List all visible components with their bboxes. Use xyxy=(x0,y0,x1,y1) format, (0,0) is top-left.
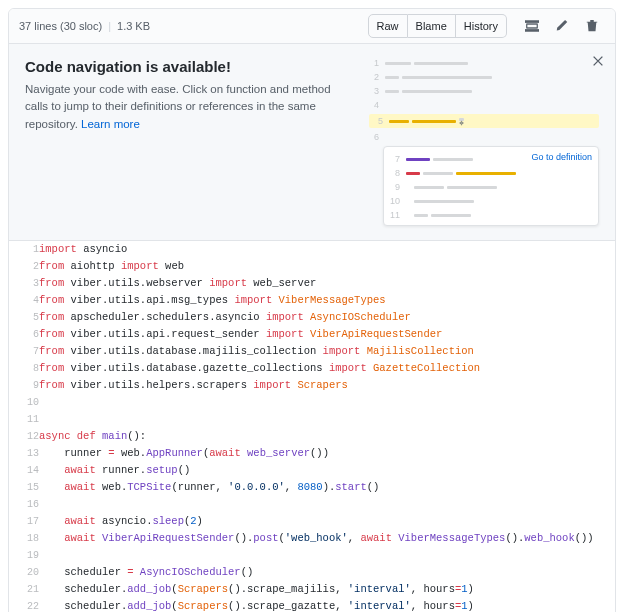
line-number[interactable]: 17 xyxy=(9,513,39,530)
code-line: 14 await runner.setup() xyxy=(9,462,615,479)
lines-summary: 37 lines (30 sloc) xyxy=(19,20,102,32)
line-number[interactable]: 13 xyxy=(9,445,39,462)
code-line: 4from viber.utils.api.msg_types import V… xyxy=(9,292,615,309)
line-number[interactable]: 3 xyxy=(9,275,39,292)
code-line: 8from viber.utils.database.gazette_colle… xyxy=(9,360,615,377)
code-line: 16 xyxy=(9,496,615,513)
code-line: 5from apscheduler.schedulers.asyncio imp… xyxy=(9,309,615,326)
code-content xyxy=(39,496,615,513)
code-content: from viber.utils.database.gazette_collec… xyxy=(39,360,615,377)
code-line: 21 scheduler.add_job(Scrapers().scrape_m… xyxy=(9,581,615,598)
line-number[interactable]: 7 xyxy=(9,343,39,360)
code-line: 9from viber.utils.helpers.scrapers impor… xyxy=(9,377,615,394)
code-line: 10 xyxy=(9,394,615,411)
file-actions: Raw Blame History xyxy=(368,14,605,38)
line-number[interactable]: 8 xyxy=(9,360,39,377)
code-content xyxy=(39,411,615,428)
line-number[interactable]: 10 xyxy=(9,394,39,411)
code-line: 17 await asyncio.sleep(2) xyxy=(9,513,615,530)
code-line: 13 runner = web.AppRunner(await web_serv… xyxy=(9,445,615,462)
code-content: from viber.utils.helpers.scrapers import… xyxy=(39,377,615,394)
code-content: from viber.utils.api.msg_types import Vi… xyxy=(39,292,615,309)
code-line: 15 await web.TCPSite(runner, '0.0.0.0', … xyxy=(9,479,615,496)
code-line: 6from viber.utils.api.request_sender imp… xyxy=(9,326,615,343)
code-content: async def main(): xyxy=(39,428,615,445)
code-line: 22 scheduler.add_job(Scrapers().scrape_g… xyxy=(9,598,615,612)
blame-button[interactable]: Blame xyxy=(408,14,456,38)
line-number[interactable]: 5 xyxy=(9,309,39,326)
line-number[interactable]: 2 xyxy=(9,258,39,275)
code-content: from apscheduler.schedulers.asyncio impo… xyxy=(39,309,615,326)
learn-more-link[interactable]: Learn more xyxy=(81,118,140,130)
line-number[interactable]: 14 xyxy=(9,462,39,479)
code-line: 11 xyxy=(9,411,615,428)
file-size: 1.3 KB xyxy=(117,20,150,32)
divider: | xyxy=(108,20,111,32)
close-icon[interactable] xyxy=(591,54,605,71)
banner-text: Code navigation is available! Navigate y… xyxy=(25,58,353,226)
code-line: 19 xyxy=(9,547,615,564)
line-number[interactable]: 15 xyxy=(9,479,39,496)
file-container: 37 lines (30 sloc) | 1.3 KB Raw Blame Hi… xyxy=(8,8,616,612)
line-number[interactable]: 6 xyxy=(9,326,39,343)
line-number[interactable]: 1 xyxy=(9,241,39,258)
go-to-def-link[interactable]: Go to definition xyxy=(531,152,592,162)
line-number[interactable]: 11 xyxy=(9,411,39,428)
svg-rect-2 xyxy=(525,30,539,31)
line-number[interactable]: 22 xyxy=(9,598,39,612)
code-line: 2from aiohttp import web xyxy=(9,258,615,275)
btn-group: Raw Blame History xyxy=(368,14,507,38)
code-content: from viber.utils.api.request_sender impo… xyxy=(39,326,615,343)
code-content: await ViberApiRequestSender().post('web_… xyxy=(39,530,615,547)
code-content: scheduler.add_job(Scrapers().scrape_gaza… xyxy=(39,598,615,612)
line-number[interactable]: 16 xyxy=(9,496,39,513)
code-content: from viber.utils.webserver import web_se… xyxy=(39,275,615,292)
banner-illustration: 1 2 3 4 5⌖ 6 Go to definition 7 8 9 10 1… xyxy=(369,58,599,226)
line-number[interactable]: 20 xyxy=(9,564,39,581)
code-content: await asyncio.sleep(2) xyxy=(39,513,615,530)
edit-icon[interactable] xyxy=(549,17,575,35)
code-content: await runner.setup() xyxy=(39,462,615,479)
code-content xyxy=(39,547,615,564)
code-content: runner = web.AppRunner(await web_server(… xyxy=(39,445,615,462)
line-number[interactable]: 18 xyxy=(9,530,39,547)
code-content: scheduler = AsyncIOScheduler() xyxy=(39,564,615,581)
code-line: 3from viber.utils.webserver import web_s… xyxy=(9,275,615,292)
code-content: from viber.utils.database.majilis_collec… xyxy=(39,343,615,360)
code-nav-banner: Code navigation is available! Navigate y… xyxy=(9,44,615,241)
code-content xyxy=(39,394,615,411)
go-to-def-tip: Go to definition 7 8 9 10 11 xyxy=(383,146,599,226)
code-line: 1import asyncio xyxy=(9,241,615,258)
banner-title: Code navigation is available! xyxy=(25,58,353,75)
code-line: 7from viber.utils.database.majilis_colle… xyxy=(9,343,615,360)
line-number[interactable]: 21 xyxy=(9,581,39,598)
code-table: 1import asyncio2from aiohttp import web3… xyxy=(9,241,615,612)
line-number[interactable]: 9 xyxy=(9,377,39,394)
raw-button[interactable]: Raw xyxy=(368,14,408,38)
svg-rect-0 xyxy=(525,21,539,22)
code-line: 18 await ViberApiRequestSender().post('w… xyxy=(9,530,615,547)
line-number[interactable]: 4 xyxy=(9,292,39,309)
banner-desc-text: Navigate your code with ease. Click on f… xyxy=(25,83,331,130)
line-number[interactable]: 12 xyxy=(9,428,39,445)
file-info: 37 lines (30 sloc) | 1.3 KB xyxy=(19,20,150,32)
history-button[interactable]: History xyxy=(456,14,507,38)
trash-icon[interactable] xyxy=(579,17,605,35)
code-content: import asyncio xyxy=(39,241,615,258)
code-content: await web.TCPSite(runner, '0.0.0.0', 808… xyxy=(39,479,615,496)
file-header: 37 lines (30 sloc) | 1.3 KB Raw Blame Hi… xyxy=(9,9,615,44)
code-content: from aiohttp import web xyxy=(39,258,615,275)
code-line: 12async def main(): xyxy=(9,428,615,445)
banner-desc: Navigate your code with ease. Click on f… xyxy=(25,81,353,133)
display-source-icon[interactable] xyxy=(519,17,545,35)
line-number[interactable]: 19 xyxy=(9,547,39,564)
code-content: scheduler.add_job(Scrapers().scrape_maji… xyxy=(39,581,615,598)
code-line: 20 scheduler = AsyncIOScheduler() xyxy=(9,564,615,581)
